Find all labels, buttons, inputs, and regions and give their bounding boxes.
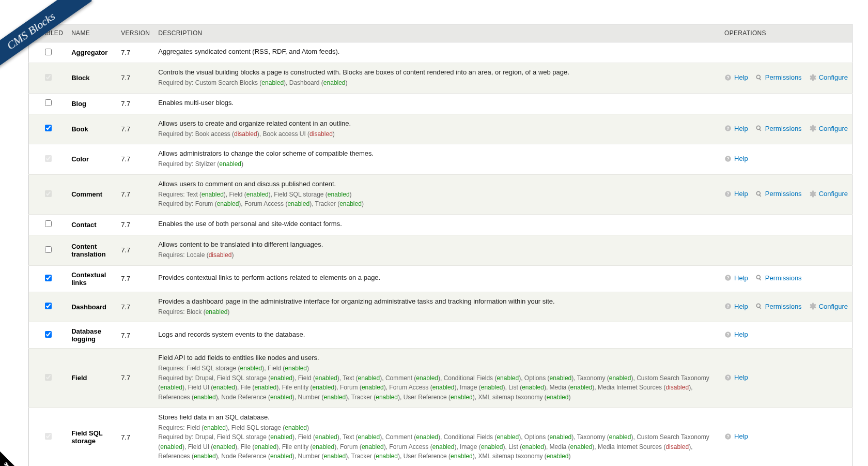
help-icon bbox=[724, 331, 732, 338]
status-enabled: enabled bbox=[547, 453, 569, 460]
table-row: Contact7.7Enables the use of both person… bbox=[29, 214, 853, 235]
operations-cell bbox=[720, 42, 852, 63]
configure-link[interactable]: Configure bbox=[809, 303, 848, 310]
permissions-link[interactable]: Permissions bbox=[755, 125, 802, 132]
enable-checkbox[interactable] bbox=[45, 99, 52, 106]
status-enabled: enabled bbox=[194, 453, 216, 460]
status-enabled: enabled bbox=[358, 374, 380, 382]
permissions-label: Permissions bbox=[765, 73, 802, 81]
module-name: Field SQL storage bbox=[67, 408, 117, 466]
help-link[interactable]: Help bbox=[724, 303, 748, 310]
help-label: Help bbox=[734, 373, 748, 381]
status-enabled: enabled bbox=[376, 394, 398, 401]
operations-cell: HelpPermissions bbox=[720, 265, 852, 292]
permissions-link[interactable]: Permissions bbox=[755, 73, 802, 81]
configure-link[interactable]: Configure bbox=[809, 73, 848, 81]
module-description: Allows content to be translated into dif… bbox=[158, 240, 716, 248]
enable-checkbox[interactable] bbox=[45, 303, 52, 309]
table-row: Block7.7Controls the visual building blo… bbox=[29, 63, 853, 94]
status-disabled: disabled bbox=[234, 130, 257, 138]
status-enabled: enabled bbox=[313, 384, 335, 391]
help-icon bbox=[724, 74, 732, 81]
module-name: Contextual links bbox=[67, 265, 117, 292]
module-description: Enables multi-user blogs. bbox=[158, 99, 716, 107]
help-link[interactable]: Help bbox=[724, 274, 748, 282]
module-description-cell: Provides contextual links to perform act… bbox=[154, 265, 720, 292]
operations-cell bbox=[720, 93, 852, 114]
module-name: Color bbox=[67, 144, 117, 175]
status-enabled: enabled bbox=[324, 453, 346, 460]
table-row: Dashboard7.7Provides a dashboard page in… bbox=[29, 292, 853, 322]
module-description: Provides contextual links to perform act… bbox=[158, 274, 716, 281]
enable-checkbox bbox=[45, 433, 52, 440]
operations-cell: Help bbox=[720, 144, 852, 175]
help-icon bbox=[724, 125, 732, 132]
module-version: 7.7 bbox=[117, 63, 154, 94]
help-label: Help bbox=[734, 274, 748, 282]
configure-icon bbox=[809, 125, 816, 132]
help-link[interactable]: Help bbox=[724, 125, 748, 132]
status-enabled: enabled bbox=[451, 453, 473, 460]
configure-icon bbox=[809, 303, 816, 310]
help-link[interactable]: Help bbox=[724, 330, 748, 338]
help-icon bbox=[724, 155, 732, 162]
configure-link[interactable]: Configure bbox=[809, 125, 848, 132]
module-name: Field bbox=[67, 349, 117, 408]
status-enabled: enabled bbox=[160, 384, 182, 391]
module-version: 7.7 bbox=[117, 144, 154, 175]
configure-link[interactable]: Configure bbox=[809, 190, 848, 198]
status-enabled: enabled bbox=[609, 433, 631, 441]
help-label: Help bbox=[734, 303, 748, 310]
module-description-cell: Allows administrators to change the colo… bbox=[154, 144, 720, 175]
help-label: Help bbox=[734, 73, 748, 81]
status-enabled: enabled bbox=[522, 443, 544, 450]
permissions-link[interactable]: Permissions bbox=[755, 190, 802, 198]
modules-table: ENABLED NAME VERSION DESCRIPTION OPERATI… bbox=[28, 24, 853, 466]
dependency-line: Required by: Custom Search Blocks (enabl… bbox=[158, 78, 716, 88]
table-row: Content translation7.7Allows content to … bbox=[29, 235, 853, 265]
dependency-line: Requires: Locale (disabled) bbox=[158, 250, 716, 260]
help-icon bbox=[724, 433, 732, 440]
help-label: Help bbox=[734, 330, 748, 338]
help-link[interactable]: Help bbox=[724, 73, 748, 81]
configure-label: Configure bbox=[819, 73, 848, 81]
table-row: Color7.7Allows administrators to change … bbox=[29, 144, 853, 175]
permissions-link[interactable]: Permissions bbox=[755, 303, 802, 310]
enable-checkbox[interactable] bbox=[45, 220, 52, 227]
status-enabled: enabled bbox=[270, 394, 292, 401]
help-link[interactable]: Help bbox=[724, 373, 748, 381]
module-version: 7.7 bbox=[117, 214, 154, 235]
enable-checkbox[interactable] bbox=[45, 275, 52, 281]
enable-checkbox[interactable] bbox=[45, 246, 52, 253]
status-enabled: enabled bbox=[497, 433, 519, 441]
module-version: 7.7 bbox=[117, 174, 154, 214]
status-enabled: enabled bbox=[432, 384, 455, 391]
status-enabled: enabled bbox=[206, 308, 228, 315]
status-enabled: enabled bbox=[416, 374, 438, 382]
module-description: Provides a dashboard page in the adminis… bbox=[158, 297, 716, 305]
help-link[interactable]: Help bbox=[724, 155, 748, 162]
status-enabled: enabled bbox=[285, 365, 307, 372]
help-link[interactable]: Help bbox=[724, 190, 748, 198]
enable-checkbox[interactable] bbox=[45, 49, 52, 55]
status-enabled: enabled bbox=[550, 433, 572, 441]
status-enabled: enabled bbox=[609, 374, 631, 382]
status-enabled: enabled bbox=[246, 191, 269, 198]
enable-checkbox bbox=[45, 74, 52, 81]
status-disabled: disabled bbox=[665, 443, 689, 450]
permissions-label: Permissions bbox=[765, 274, 802, 282]
enable-checkbox[interactable] bbox=[45, 331, 52, 338]
status-enabled: enabled bbox=[194, 394, 216, 401]
status-enabled: enabled bbox=[261, 79, 284, 86]
permissions-label: Permissions bbox=[765, 125, 802, 132]
status-enabled: enabled bbox=[315, 374, 337, 382]
status-enabled: enabled bbox=[339, 200, 362, 207]
module-version: 7.7 bbox=[117, 349, 154, 408]
table-row: Book7.7Allows users to create and organi… bbox=[29, 114, 853, 144]
module-version: 7.7 bbox=[117, 93, 154, 114]
permissions-link[interactable]: Permissions bbox=[755, 274, 802, 282]
status-enabled: enabled bbox=[570, 443, 593, 450]
help-link[interactable]: Help bbox=[724, 432, 748, 440]
enable-checkbox[interactable] bbox=[45, 125, 52, 131]
status-enabled: enabled bbox=[451, 394, 473, 401]
